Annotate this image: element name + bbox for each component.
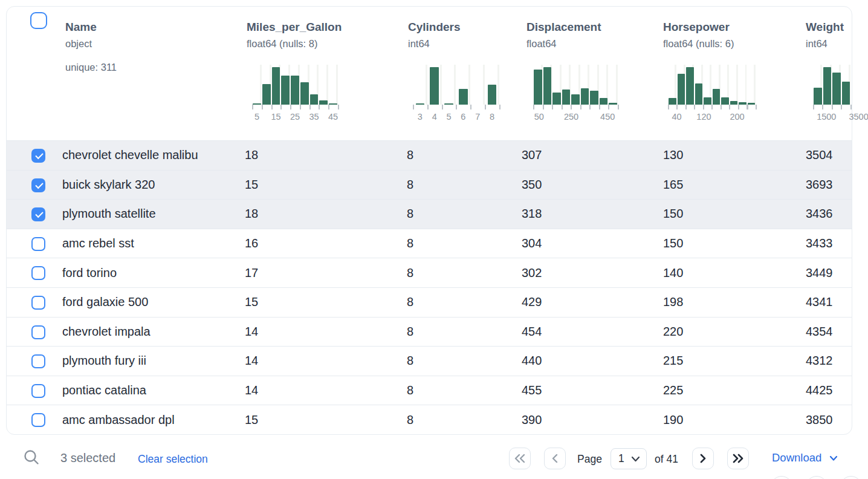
cell-horsepower: 225 [663,376,683,405]
histogram-axis-labels: 15003500 [813,112,850,124]
clear-selection-link[interactable]: Clear selection [138,453,208,466]
cell-weight: 4312 [806,347,833,376]
column-title: Cylinders [408,21,461,34]
overflow-button-partial[interactable] [771,476,792,479]
column-unique-count: unique: 311 [65,62,117,73]
cell-name: buick skylark 320 [62,171,155,200]
row-checkbox[interactable] [31,178,45,192]
cell-cylinders: 8 [407,171,413,200]
cell-displacement: 454 [522,318,542,347]
table-row[interactable]: ford torino 17 8 302 140 3449 [7,258,852,287]
cell-displacement: 302 [522,258,542,287]
histogram-axis-labels: 50250450 [533,112,618,124]
table-row[interactable]: ford galaxie 500 15 8 429 198 4341 [7,287,852,317]
cell-miles-per-gallon: 15 [245,171,258,200]
search-icon[interactable] [23,449,40,466]
table-row[interactable]: amc ambassador dpl 15 8 390 190 3850 [7,405,852,434]
table-row[interactable]: amc rebel sst 16 8 304 150 3433 [7,229,852,258]
column-header-weight[interactable]: Weight int64 [806,21,844,50]
cell-horsepower: 165 [663,171,683,200]
histogram-axis-ticks [813,105,852,109]
table-row[interactable]: pontiac catalina 14 8 455 225 4425 [7,376,852,405]
cell-name: ford torino [62,258,117,287]
column-header-displacement[interactable]: Displacement float64 [526,21,601,50]
cell-cylinders: 8 [407,288,413,317]
overflow-button-partial[interactable] [840,476,862,479]
cell-cylinders: 8 [407,376,413,405]
table-header: Name object unique: 311 Miles_per_Gallon… [7,7,852,140]
cell-miles-per-gallon: 18 [245,141,258,170]
table-body: chevrolet chevelle malibu 18 8 307 130 3… [7,140,852,434]
histogram-axis-labels: 345678 [413,112,499,124]
cell-weight: 4341 [806,288,833,317]
page-select-value: 1 [618,452,624,465]
page-count-label: of 41 [655,453,678,466]
cell-weight: 3504 [806,141,833,170]
table-row[interactable]: buick skylark 320 15 8 350 165 3693 [7,170,852,200]
cell-horsepower: 215 [663,347,683,376]
histogram-axis-ticks [533,105,619,109]
select-all-checkbox[interactable] [30,12,47,29]
cell-weight: 3449 [806,258,833,287]
histogram-cylinders [413,65,499,105]
overflow-button-partial[interactable] [806,476,828,479]
cell-cylinders: 8 [407,405,413,434]
previous-page-button[interactable] [544,448,566,469]
first-page-button[interactable] [509,448,531,469]
histogram-weight [813,65,850,105]
cell-name: amc rebel sst [62,229,134,258]
column-title: Name [65,21,117,34]
table-row[interactable]: plymouth satellite 18 8 318 150 3436 [7,199,852,229]
cell-cylinders: 8 [407,200,413,229]
row-checkbox[interactable] [31,354,45,368]
column-header-cylinders[interactable]: Cylinders int64 [408,21,461,50]
cell-horsepower: 220 [663,318,683,347]
histogram-axis-ticks [252,105,339,109]
download-button[interactable]: Download [772,451,838,464]
histogram-displacement [533,65,618,105]
row-checkbox[interactable] [31,296,45,310]
table-row[interactable]: plymouth fury iii 14 8 440 215 4312 [7,346,852,376]
cell-displacement: 318 [522,200,542,229]
column-header-miles-per-gallon[interactable]: Miles_per_Gallon float64 (nulls: 8) [247,21,342,50]
table-row[interactable]: chevrolet impala 14 8 454 220 4354 [7,317,852,347]
column-header-name[interactable]: Name object unique: 311 [65,21,117,73]
cell-weight: 4354 [806,318,833,347]
row-checkbox[interactable] [31,325,45,339]
column-title: Weight [806,21,844,34]
page-select[interactable]: 1 [611,448,647,469]
cell-weight: 3433 [806,229,833,258]
next-page-button[interactable] [692,448,714,469]
cell-horsepower: 150 [663,200,683,229]
histogram-axis-labels: 515253545 [252,112,338,124]
row-checkbox[interactable] [31,413,45,427]
cell-cylinders: 8 [407,347,413,376]
column-title: Horsepower [663,21,734,34]
cell-miles-per-gallon: 15 [245,405,258,434]
cell-cylinders: 8 [407,318,413,347]
column-dtype: int64 [408,38,461,50]
last-page-button[interactable] [727,448,749,469]
column-title: Displacement [526,21,601,34]
cell-miles-per-gallon: 14 [245,347,258,376]
cell-name: ford galaxie 500 [62,288,148,317]
chevron-down-icon [631,456,640,462]
row-checkbox[interactable] [31,266,45,280]
cell-miles-per-gallon: 17 [245,258,258,287]
cell-name: amc ambassador dpl [62,405,175,434]
cell-name: chevrolet impala [62,318,151,347]
cell-displacement: 304 [522,229,542,258]
table-row[interactable]: chevrolet chevelle malibu 18 8 307 130 3… [7,140,852,170]
cell-miles-per-gallon: 16 [245,229,258,258]
column-header-horsepower[interactable]: Horsepower float64 (nulls: 6) [663,21,734,50]
row-checkbox[interactable] [31,207,45,221]
cell-horsepower: 198 [663,288,683,317]
chevron-down-icon [829,455,838,461]
cell-horsepower: 150 [663,229,683,258]
column-dtype: float64 (nulls: 6) [663,38,734,50]
cell-displacement: 429 [522,288,542,317]
row-checkbox[interactable] [31,384,45,398]
row-checkbox[interactable] [31,237,45,251]
row-checkbox[interactable] [31,149,45,163]
cell-horsepower: 130 [663,141,683,170]
